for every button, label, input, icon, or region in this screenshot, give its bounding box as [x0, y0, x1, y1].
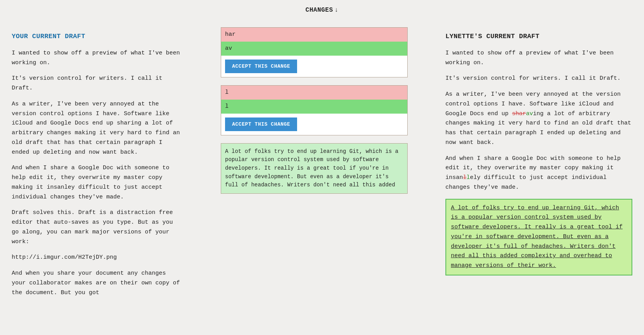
diff-box-3: A lot of folks try to end up learning Gi…: [221, 143, 408, 194]
diff3-text: A lot of folks try to end up learning Gi…: [221, 144, 407, 193]
left-para-2: It's version control for writers. I call…: [12, 74, 183, 93]
header-title: CHANGES: [306, 7, 333, 14]
right-panel-title: LYNETTE'S CURRENT DRAFT: [445, 31, 632, 42]
left-para-4: And when I share a Google Doc with someo…: [12, 163, 183, 202]
right-para-4: And when I share a Google Doc with someo…: [445, 154, 632, 193]
diff-box-2: l l ACCEPT THIS CHANGE: [221, 85, 408, 135]
accept-change-button-1[interactable]: ACCEPT THIS CHANGE: [225, 60, 297, 73]
left-para-3: As a writer, I've been very annoyed at t…: [12, 100, 183, 158]
diff1-added: av: [221, 42, 407, 56]
left-para-6: http://i.imgur.com/H2TejDY.png: [12, 253, 183, 263]
right-para4-strike: l: [463, 174, 466, 181]
right-para4-ins: l: [466, 174, 470, 181]
left-para-1: I wanted to show off a preview of what I…: [12, 49, 183, 68]
left-para-5: Draft solves this. Draft is a distractio…: [12, 208, 183, 247]
header-arrow: ↓: [334, 5, 338, 16]
left-panel: YOUR CURRENT DRAFT I wanted to show off …: [0, 19, 195, 335]
right-para-3: As a writer, I've been very annoyed at t…: [445, 90, 632, 148]
diff2-added: l: [221, 100, 407, 114]
right-para4-suffix: ely difficult to just accept individual …: [445, 174, 607, 191]
right-para3-ins: av: [526, 110, 533, 117]
left-para-7: And when you share your document any cha…: [12, 269, 183, 298]
center-panel: har av ACCEPT THIS CHANGE l l ACCEPT THI…: [195, 19, 434, 335]
accept-change-button-2[interactable]: ACCEPT THIS CHANGE: [225, 118, 297, 131]
right-para-1: I wanted to show off a preview of what I…: [445, 49, 632, 68]
right-panel: LYNETTE'S CURRENT DRAFT I wanted to show…: [434, 19, 644, 335]
diff-box-1: har av ACCEPT THIS CHANGE: [221, 27, 408, 77]
diff1-removed: har: [221, 28, 407, 42]
right-para-2: It's version control for writers. I call…: [445, 74, 632, 84]
right-para3-strike: shar: [512, 110, 526, 117]
top-header: CHANGES↓: [0, 0, 644, 19]
right-added-block: A lot of folks try to end up learning Gi…: [445, 199, 632, 275]
diff2-removed: l: [221, 86, 407, 100]
left-panel-title: YOUR CURRENT DRAFT: [12, 31, 183, 42]
